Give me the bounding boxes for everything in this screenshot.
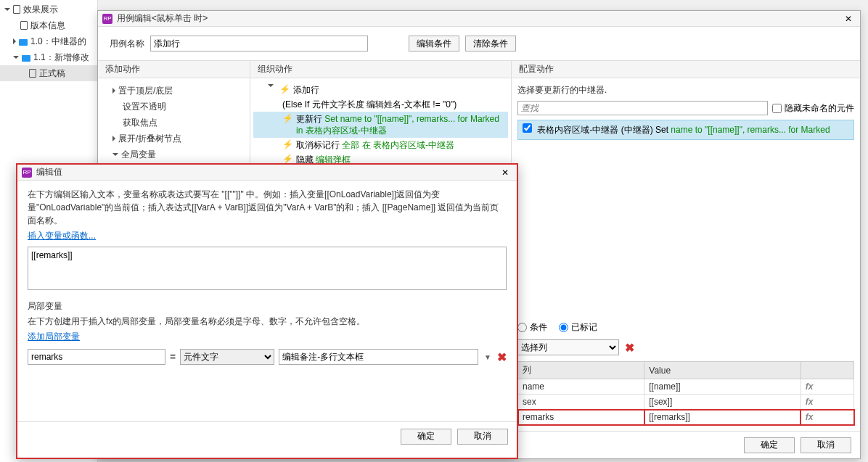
action-node[interactable]: 获取焦点	[101, 115, 247, 131]
bolt-icon: ⚡	[279, 84, 290, 94]
action-node[interactable]: 设置不透明	[101, 99, 247, 115]
insert-variable-link[interactable]: 插入变量或函数...	[28, 230, 507, 242]
column-value-table: 列 Value name[[name]]fx sex[[sex]]fx rema…	[517, 361, 854, 425]
add-local-var-link[interactable]: 添加局部变量	[28, 331, 507, 343]
action-node[interactable]: 展开/折叠树节点	[101, 131, 247, 147]
tree-item[interactable]: 效果展示	[0, 1, 97, 17]
dialog-title: 用例编辑<鼠标单击 时>	[117, 12, 841, 25]
widget-checkbox[interactable]	[523, 123, 532, 133]
clear-condition-button[interactable]: 清除条件	[465, 36, 516, 51]
local-var-help: 在下方创建用于插入fx的局部变量，局部变量名称必须是字母、数字，不允许包含空格。	[28, 315, 507, 328]
table-row-highlighted[interactable]: remarks[[remarks]]fx	[518, 410, 854, 425]
ok-button[interactable]: 确定	[401, 429, 451, 445]
org-action-row[interactable]: ⚡取消标记行 全部 在 表格内容区域-中继器	[253, 138, 508, 152]
tree-item[interactable]: 版本信息	[0, 17, 97, 33]
table-row[interactable]: sex[[sex]]fx	[518, 395, 854, 410]
bolt-icon: ⚡	[282, 113, 293, 123]
ok-button[interactable]: 确定	[744, 437, 795, 453]
case-name-input[interactable]	[150, 36, 368, 51]
var-type-select[interactable]: 元件文字	[180, 349, 274, 365]
local-var-row: = 元件文字 ▼ ✖	[28, 349, 507, 365]
local-var-title: 局部变量	[28, 300, 507, 313]
case-name-row: 用例名称 编辑条件 清除条件	[98, 27, 860, 60]
radio-condition[interactable]: 条件	[517, 321, 547, 334]
fx-icon[interactable]: fx	[801, 410, 853, 425]
help-text: 在下方编辑区输入文本，变量名称或表达式要写在 "[[""]]" 中。例如：插入变…	[28, 188, 507, 227]
expression-textarea[interactable]: [[remarks]]	[28, 247, 507, 290]
radio-marked[interactable]: 已标记	[559, 321, 597, 334]
var-name-input[interactable]	[28, 349, 165, 365]
org-action-row[interactable]: ⚡更新行 Set name to "[[name]]", remarks... …	[253, 112, 508, 138]
fx-icon[interactable]: fx	[801, 395, 853, 410]
app-icon: RP	[22, 168, 32, 178]
bolt-icon: ⚡	[282, 139, 293, 149]
delete-icon[interactable]: ✖	[497, 350, 507, 364]
col-header: 添加动作	[98, 61, 250, 78]
tree-item[interactable]: 1.0：中继器的	[0, 33, 97, 49]
action-node[interactable]: 置于顶层/底层	[101, 83, 247, 99]
app-icon: RP	[102, 14, 112, 24]
dialog-titlebar[interactable]: RP 编辑值 ✕	[17, 165, 517, 181]
rule-radio-group: 条件 已标记	[517, 321, 854, 334]
cancel-button[interactable]: 取消	[457, 429, 508, 445]
select-column-dropdown[interactable]: 选择列	[517, 339, 619, 355]
th-col: 列	[518, 362, 644, 379]
widget-search-input[interactable]	[517, 101, 768, 115]
tree-item[interactable]: 1.1：新增修改	[0, 49, 97, 65]
fx-icon[interactable]: fx	[801, 379, 853, 395]
close-icon[interactable]: ✕	[841, 14, 856, 24]
hide-unnamed-checkbox[interactable]: 隐藏未命名的元件	[772, 102, 854, 115]
cancel-button[interactable]: 取消	[801, 437, 851, 453]
col-header: 组织动作	[250, 61, 511, 78]
edit-value-dialog: RP 编辑值 ✕ 在下方编辑区输入文本，变量名称或表达式要写在 "[[""]]"…	[16, 163, 518, 459]
action-node[interactable]: 全局变量	[101, 147, 247, 162]
chevron-down-icon[interactable]: ▼	[484, 353, 491, 361]
equals-label: =	[170, 351, 176, 363]
widget-target-row[interactable]: 表格内容区域-中继器 (中继器) Set name to "[[name]]",…	[517, 120, 854, 140]
case-name-label: 用例名称	[110, 38, 144, 50]
dialog-titlebar[interactable]: RP 用例编辑<鼠标单击 时> ✕	[98, 11, 860, 27]
edit-condition-button[interactable]: 编辑条件	[409, 36, 459, 51]
dialog-title: 编辑值	[36, 166, 498, 178]
delete-icon[interactable]: ✖	[625, 341, 634, 355]
org-condition: (Else If 元件文字长度 编辑姓名-文本框 != "0")	[253, 97, 508, 112]
org-root[interactable]: ⚡添加行	[253, 83, 508, 97]
table-row[interactable]: name[[name]]fx	[518, 379, 854, 395]
col-header: 配置动作	[512, 61, 860, 78]
config-instruction: 选择要更新行的中继器.	[517, 84, 854, 96]
bolt-icon: ⚡	[282, 154, 293, 164]
th-value: Value	[644, 362, 801, 379]
close-icon[interactable]: ✕	[498, 168, 512, 178]
tree-item-selected[interactable]: 正式稿	[0, 65, 97, 81]
var-widget-input[interactable]	[279, 349, 478, 365]
configure-action-column: 配置动作 选择要更新行的中继器. 隐藏未命名的元件 表格内容区域-中继器 (中继…	[512, 61, 860, 431]
